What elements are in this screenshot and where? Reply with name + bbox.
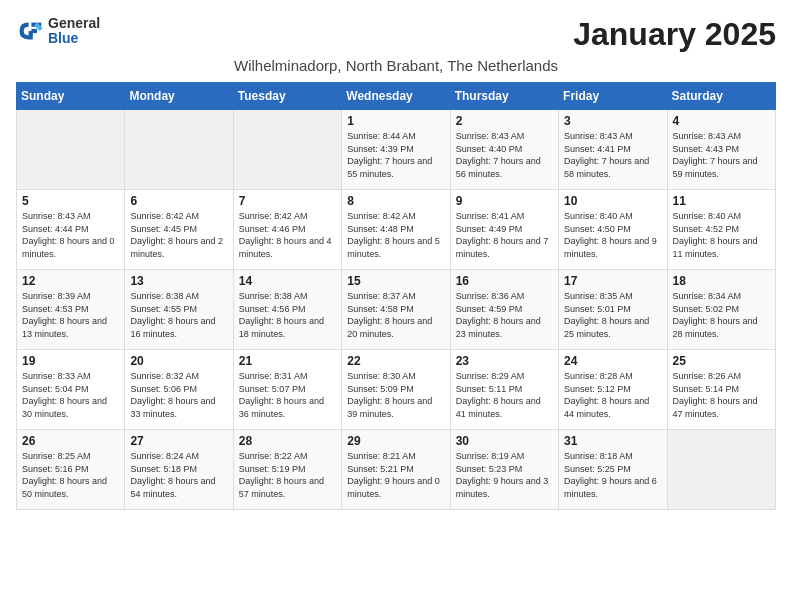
calendar-day-cell: 30 Sunrise: 8:19 AM Sunset: 5:23 PM Dayl… <box>450 430 558 510</box>
calendar-day-cell <box>233 110 341 190</box>
daylight-text: Daylight: 7 hours and 59 minutes. <box>673 156 758 179</box>
daylight-text: Daylight: 7 hours and 56 minutes. <box>456 156 541 179</box>
header-tuesday: Tuesday <box>233 83 341 110</box>
sunset-text: Sunset: 4:45 PM <box>130 224 197 234</box>
day-info: Sunrise: 8:22 AM Sunset: 5:19 PM Dayligh… <box>239 450 336 500</box>
sunset-text: Sunset: 4:56 PM <box>239 304 306 314</box>
sunrise-text: Sunrise: 8:43 AM <box>673 131 742 141</box>
daylight-text: Daylight: 8 hours and 9 minutes. <box>564 236 657 259</box>
calendar-day-cell: 4 Sunrise: 8:43 AM Sunset: 4:43 PM Dayli… <box>667 110 775 190</box>
sunrise-text: Sunrise: 8:35 AM <box>564 291 633 301</box>
day-number: 7 <box>239 194 336 208</box>
header-monday: Monday <box>125 83 233 110</box>
daylight-text: Daylight: 8 hours and 16 minutes. <box>130 316 215 339</box>
day-info: Sunrise: 8:35 AM Sunset: 5:01 PM Dayligh… <box>564 290 661 340</box>
header-friday: Friday <box>559 83 667 110</box>
sunrise-text: Sunrise: 8:26 AM <box>673 371 742 381</box>
calendar-week-row: 12 Sunrise: 8:39 AM Sunset: 4:53 PM Dayl… <box>17 270 776 350</box>
day-number: 10 <box>564 194 661 208</box>
daylight-text: Daylight: 8 hours and 41 minutes. <box>456 396 541 419</box>
sunrise-text: Sunrise: 8:19 AM <box>456 451 525 461</box>
calendar-day-cell: 16 Sunrise: 8:36 AM Sunset: 4:59 PM Dayl… <box>450 270 558 350</box>
header-thursday: Thursday <box>450 83 558 110</box>
day-number: 29 <box>347 434 444 448</box>
sunset-text: Sunset: 4:46 PM <box>239 224 306 234</box>
daylight-text: Daylight: 8 hours and 0 minutes. <box>22 236 115 259</box>
sunrise-text: Sunrise: 8:42 AM <box>347 211 416 221</box>
sunset-text: Sunset: 5:16 PM <box>22 464 89 474</box>
sunrise-text: Sunrise: 8:28 AM <box>564 371 633 381</box>
sunset-text: Sunset: 5:01 PM <box>564 304 631 314</box>
sunrise-text: Sunrise: 8:32 AM <box>130 371 199 381</box>
day-number: 8 <box>347 194 444 208</box>
day-number: 14 <box>239 274 336 288</box>
calendar-day-cell: 24 Sunrise: 8:28 AM Sunset: 5:12 PM Dayl… <box>559 350 667 430</box>
sunrise-text: Sunrise: 8:24 AM <box>130 451 199 461</box>
calendar-day-cell: 9 Sunrise: 8:41 AM Sunset: 4:49 PM Dayli… <box>450 190 558 270</box>
calendar-day-cell: 25 Sunrise: 8:26 AM Sunset: 5:14 PM Dayl… <box>667 350 775 430</box>
day-info: Sunrise: 8:36 AM Sunset: 4:59 PM Dayligh… <box>456 290 553 340</box>
calendar-day-cell: 1 Sunrise: 8:44 AM Sunset: 4:39 PM Dayli… <box>342 110 450 190</box>
day-number: 1 <box>347 114 444 128</box>
day-info: Sunrise: 8:41 AM Sunset: 4:49 PM Dayligh… <box>456 210 553 260</box>
sunset-text: Sunset: 4:41 PM <box>564 144 631 154</box>
daylight-text: Daylight: 8 hours and 44 minutes. <box>564 396 649 419</box>
day-info: Sunrise: 8:44 AM Sunset: 4:39 PM Dayligh… <box>347 130 444 180</box>
day-number: 11 <box>673 194 770 208</box>
daylight-text: Daylight: 8 hours and 4 minutes. <box>239 236 332 259</box>
sunset-text: Sunset: 4:43 PM <box>673 144 740 154</box>
day-number: 19 <box>22 354 119 368</box>
daylight-text: Daylight: 8 hours and 47 minutes. <box>673 396 758 419</box>
sunrise-text: Sunrise: 8:29 AM <box>456 371 525 381</box>
logo: General Blue <box>16 16 100 47</box>
calendar-header-row: Sunday Monday Tuesday Wednesday Thursday… <box>17 83 776 110</box>
calendar-day-cell: 14 Sunrise: 8:38 AM Sunset: 4:56 PM Dayl… <box>233 270 341 350</box>
sunset-text: Sunset: 5:06 PM <box>130 384 197 394</box>
sunrise-text: Sunrise: 8:44 AM <box>347 131 416 141</box>
sunset-text: Sunset: 5:07 PM <box>239 384 306 394</box>
daylight-text: Daylight: 8 hours and 11 minutes. <box>673 236 758 259</box>
sunset-text: Sunset: 4:59 PM <box>456 304 523 314</box>
header-wednesday: Wednesday <box>342 83 450 110</box>
day-number: 21 <box>239 354 336 368</box>
sunset-text: Sunset: 4:40 PM <box>456 144 523 154</box>
sunset-text: Sunset: 5:18 PM <box>130 464 197 474</box>
calendar-day-cell: 2 Sunrise: 8:43 AM Sunset: 4:40 PM Dayli… <box>450 110 558 190</box>
calendar-day-cell: 28 Sunrise: 8:22 AM Sunset: 5:19 PM Dayl… <box>233 430 341 510</box>
day-number: 13 <box>130 274 227 288</box>
day-number: 30 <box>456 434 553 448</box>
header-saturday: Saturday <box>667 83 775 110</box>
calendar-day-cell: 26 Sunrise: 8:25 AM Sunset: 5:16 PM Dayl… <box>17 430 125 510</box>
sunrise-text: Sunrise: 8:43 AM <box>22 211 91 221</box>
daylight-text: Daylight: 8 hours and 23 minutes. <box>456 316 541 339</box>
daylight-text: Daylight: 8 hours and 5 minutes. <box>347 236 440 259</box>
sunrise-text: Sunrise: 8:22 AM <box>239 451 308 461</box>
daylight-text: Daylight: 8 hours and 54 minutes. <box>130 476 215 499</box>
day-number: 9 <box>456 194 553 208</box>
sunrise-text: Sunrise: 8:38 AM <box>239 291 308 301</box>
sunset-text: Sunset: 4:50 PM <box>564 224 631 234</box>
sunrise-text: Sunrise: 8:43 AM <box>564 131 633 141</box>
daylight-text: Daylight: 8 hours and 30 minutes. <box>22 396 107 419</box>
day-info: Sunrise: 8:43 AM Sunset: 4:40 PM Dayligh… <box>456 130 553 180</box>
calendar-day-cell: 17 Sunrise: 8:35 AM Sunset: 5:01 PM Dayl… <box>559 270 667 350</box>
calendar-day-cell: 12 Sunrise: 8:39 AM Sunset: 4:53 PM Dayl… <box>17 270 125 350</box>
calendar-day-cell: 11 Sunrise: 8:40 AM Sunset: 4:52 PM Dayl… <box>667 190 775 270</box>
day-info: Sunrise: 8:38 AM Sunset: 4:56 PM Dayligh… <box>239 290 336 340</box>
day-info: Sunrise: 8:39 AM Sunset: 4:53 PM Dayligh… <box>22 290 119 340</box>
sunrise-text: Sunrise: 8:31 AM <box>239 371 308 381</box>
calendar-day-cell: 8 Sunrise: 8:42 AM Sunset: 4:48 PM Dayli… <box>342 190 450 270</box>
sunrise-text: Sunrise: 8:38 AM <box>130 291 199 301</box>
sunset-text: Sunset: 4:49 PM <box>456 224 523 234</box>
sunset-text: Sunset: 4:58 PM <box>347 304 414 314</box>
daylight-text: Daylight: 8 hours and 2 minutes. <box>130 236 223 259</box>
day-info: Sunrise: 8:38 AM Sunset: 4:55 PM Dayligh… <box>130 290 227 340</box>
calendar-day-cell <box>667 430 775 510</box>
logo-text: General Blue <box>48 16 100 47</box>
sunset-text: Sunset: 4:48 PM <box>347 224 414 234</box>
day-number: 25 <box>673 354 770 368</box>
daylight-text: Daylight: 9 hours and 0 minutes. <box>347 476 440 499</box>
day-number: 20 <box>130 354 227 368</box>
day-number: 5 <box>22 194 119 208</box>
day-info: Sunrise: 8:24 AM Sunset: 5:18 PM Dayligh… <box>130 450 227 500</box>
